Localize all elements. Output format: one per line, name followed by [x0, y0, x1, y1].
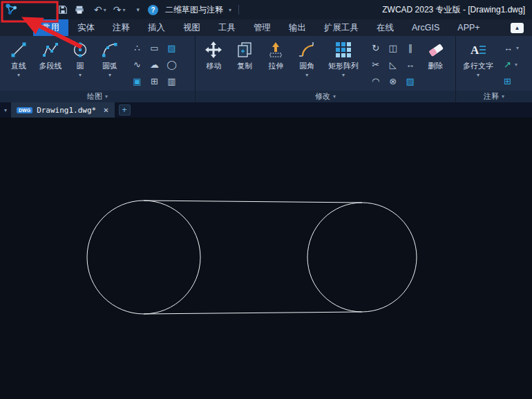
annotate-panel-label[interactable]: 注释 ▾ [456, 91, 532, 102]
ribbon-tab-bar: 常用 实体 注释 插入 视图 工具 管理 输出 扩展工具 在线 ArcGIS A… [0, 19, 532, 36]
polyline-icon [41, 41, 59, 59]
tab-express-tools[interactable]: 扩展工具 [315, 19, 368, 36]
trim-tool[interactable]: ✂ [367, 56, 384, 73]
caret-up-icon: ▲ [515, 25, 520, 31]
tab-app-plus[interactable]: APP+ [448, 19, 488, 36]
rotate-tool[interactable]: ↻ [367, 39, 384, 56]
document-tab-drawing1[interactable]: DWG Drawing1.dwg* ✕ [11, 102, 115, 118]
mirror-tool[interactable]: ◫ [384, 39, 401, 56]
leader-icon: ↗ [504, 59, 511, 70]
ellipse-tool[interactable]: ◯ [163, 56, 180, 73]
plot-icon[interactable] [75, 5, 84, 15]
tab-tools[interactable]: 工具 [209, 19, 245, 36]
redo-dropdown-icon[interactable]: ▾ [122, 7, 125, 13]
save-icon[interactable] [58, 5, 68, 15]
annotate-small-tools: ↔ ▾ ↗ ▾ ⊞ [502, 39, 525, 89]
annotate-panel: A 多行文字 ▾ ↔ ▾ ↗ [456, 36, 532, 102]
close-document-icon[interactable]: ✕ [103, 106, 108, 114]
title-bar: ↶ ▾ ↷ ▾ ▾ ? 二维草图与注释 ▾ ZWCAD 2023 专业版 - [… [0, 0, 532, 19]
circle-dropdown-icon[interactable]: ▾ [79, 72, 82, 78]
tab-solid[interactable]: 实体 [68, 19, 104, 36]
draw-panel-expand-icon[interactable]: ▾ [105, 93, 108, 100]
region-tool[interactable]: ▣ [129, 73, 146, 89]
spline-tool[interactable]: ∿ [129, 56, 146, 73]
line-dropdown-icon[interactable]: ▾ [17, 72, 20, 78]
chamfer-tool[interactable]: ◺ [384, 56, 401, 73]
mtext-tool[interactable]: A 多行文字 ▾ [459, 38, 497, 89]
draw-panel: 直线 ▾ 多段线 [0, 36, 196, 102]
circle-icon [71, 41, 89, 59]
tab-insert[interactable]: 插入 [139, 19, 174, 36]
scale-tool[interactable]: ↔ [401, 56, 419, 73]
canvas-geometry [0, 118, 532, 399]
arc-dropdown-icon[interactable]: ▾ [108, 72, 111, 78]
undo-icon: ↶ [94, 4, 102, 15]
hatch-tool[interactable]: ▨ [163, 39, 180, 56]
revision-cloud-tool[interactable]: ☁ [146, 56, 163, 73]
fillet-small-tool[interactable]: ◠ [367, 73, 384, 89]
undo-button[interactable]: ↶ ▾ [94, 4, 106, 15]
line-icon [10, 41, 28, 59]
fillet-tool[interactable]: 圆角 ▾ [292, 38, 323, 89]
tab-view[interactable]: 视图 [174, 19, 209, 36]
fillet-dropdown-icon[interactable]: ▾ [305, 72, 308, 78]
ribbon-display-toggle-button[interactable]: ▲ [511, 23, 524, 33]
move-tool[interactable]: 移动 [198, 38, 229, 89]
modify-panel-expand-icon[interactable]: ▾ [333, 93, 336, 100]
svg-text:A: A [471, 44, 479, 57]
modify-panel-label[interactable]: 修改 ▾ [196, 91, 455, 102]
arc-icon [101, 41, 119, 59]
gradient-tool[interactable]: ▥ [163, 73, 180, 89]
annotate-panel-expand-icon[interactable]: ▾ [502, 93, 504, 100]
slot-right-circle [307, 203, 417, 312]
mtext-icon: A [469, 41, 487, 59]
workspace-selector[interactable]: 二维草图与注释 ▾ [165, 4, 239, 16]
arc-tool[interactable]: 圆弧 ▾ [94, 38, 126, 89]
drawing-canvas[interactable] [0, 118, 532, 399]
polyline-tool[interactable]: 多段线 [35, 38, 66, 89]
document-tab-label: Drawing1.dwg* [37, 106, 96, 115]
leader-tool[interactable]: ↗ ▾ [502, 56, 525, 73]
table-tool[interactable]: ⊞ [146, 73, 163, 89]
array-dropdown-icon[interactable]: ▾ [342, 72, 345, 78]
modify-panel-tools: 移动 复制 [196, 36, 455, 91]
modify-panel: 移动 复制 [196, 36, 456, 102]
slot-left-circle [87, 201, 200, 314]
dimension-tool[interactable]: ↔ ▾ [502, 39, 525, 56]
rectangular-array-tool[interactable]: 矩形阵列 ▾ [323, 38, 365, 89]
tab-annotate[interactable]: 注释 [104, 19, 139, 36]
quick-access-dropdown-icon[interactable]: ▾ [137, 6, 140, 13]
stretch-tool[interactable]: 拉伸 [260, 38, 292, 89]
circle-tool[interactable]: 圆 ▾ [66, 38, 94, 89]
tab-online[interactable]: 在线 [368, 19, 403, 36]
annotate-panel-tools: A 多行文字 ▾ ↔ ▾ ↗ [456, 36, 532, 91]
slot-bottom-tangent-line [144, 312, 362, 314]
tab-manage[interactable]: 管理 [245, 19, 280, 36]
dimension-icon: ↔ [504, 43, 513, 53]
rectangle-tool[interactable]: ▭ [146, 39, 163, 56]
erase-tool[interactable]: 删除 [419, 38, 453, 89]
window-title: ZWCAD 2023 专业版 - [Drawing1.dwg] [382, 4, 532, 16]
explode-tool[interactable]: ⊗ [384, 73, 401, 89]
zwcad-logo-icon[interactable] [4, 2, 19, 17]
offset-tool[interactable]: ∥ [401, 39, 419, 56]
help-icon[interactable]: ? [148, 5, 158, 15]
point-tool[interactable]: ∴ [129, 39, 146, 56]
tab-home[interactable]: 常用 [33, 19, 68, 36]
titlebar-separator [238, 5, 239, 15]
new-document-button[interactable]: + [119, 104, 131, 115]
hatch-edit-tool[interactable]: ▨ [401, 73, 419, 89]
table-annotate-tool[interactable]: ⊞ [502, 73, 525, 89]
mtext-dropdown-icon[interactable]: ▾ [477, 72, 479, 78]
document-list-dropdown-icon[interactable]: ▾ [0, 107, 11, 113]
stretch-icon [267, 41, 285, 59]
tab-output[interactable]: 输出 [280, 19, 315, 36]
line-tool[interactable]: 直线 ▾ [3, 38, 35, 89]
tab-arcgis[interactable]: ArcGIS [403, 19, 448, 36]
draw-panel-tools: 直线 ▾ 多段线 [0, 36, 195, 91]
undo-dropdown-icon[interactable]: ▾ [104, 7, 106, 13]
table-icon: ⊞ [504, 76, 511, 86]
draw-panel-label[interactable]: 绘图 ▾ [0, 91, 195, 102]
copy-tool[interactable]: 复制 [229, 38, 260, 89]
redo-button[interactable]: ↷ ▾ [113, 4, 126, 15]
